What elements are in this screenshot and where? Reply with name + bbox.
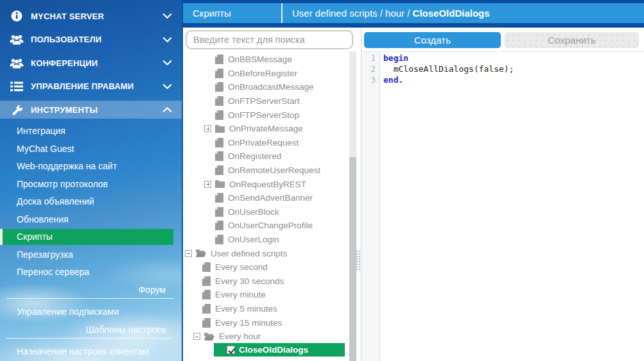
tree-item[interactable]: OnUserBlock <box>183 205 347 219</box>
mychat-admin-window: MYCHAT SERVERПОЛЬЗОВАТЕЛИКОНФЕРЕНЦИИУПРА… <box>0 0 644 361</box>
folder-closed-icon <box>215 180 225 188</box>
tree-item[interactable]: OnPrivateMessage <box>183 122 347 136</box>
code-line: end. <box>383 74 640 85</box>
tree-item[interactable]: User defined scripts <box>183 246 347 260</box>
sidebar-category[interactable]: УПРАВЛЕНИЕ ПРАВАМИ <box>0 75 182 99</box>
sidebar-category[interactable]: ПОЛЬЗОВАТЕЛИ <box>0 28 182 52</box>
sidebar-category-label: КОНФЕРЕНЦИИ <box>31 58 161 68</box>
tree-item-label: OnBroadcastMessage <box>228 82 314 92</box>
tree-item[interactable]: Every 15 minutes <box>183 315 347 330</box>
chevron-down-icon <box>161 83 173 90</box>
tree-item[interactable]: OnUserLogin <box>183 233 347 247</box>
users-icon <box>9 34 24 45</box>
tree-item-label: Every minute <box>215 290 266 299</box>
sidebar-category-label: ИНСТРУМЕНТЫ <box>31 105 161 115</box>
file-icon <box>202 318 211 328</box>
tree-item[interactable]: OnPrivateRequest <box>183 136 347 150</box>
sidebar: MYCHAT SERVERПОЛЬЗОВАТЕЛИКОНФЕРЕНЦИИУПРА… <box>0 0 182 361</box>
sidebar-item[interactable]: Скрипты <box>0 229 173 245</box>
tree-item-label: OnRegistered <box>228 151 281 161</box>
file-icon <box>215 110 223 120</box>
tree-item-label: Every 30 seconds <box>215 276 284 286</box>
expand-icon[interactable] <box>204 125 211 132</box>
tree-item[interactable]: CloseOldDialogs <box>214 343 345 357</box>
sidebar-item[interactable]: Шаблоны настроек <box>6 321 173 339</box>
tree-item[interactable]: Every 5 minutes <box>183 302 347 316</box>
sidebar-category-label: УПРАВЛЕНИЕ ПРАВАМИ <box>31 81 161 91</box>
search-input[interactable] <box>186 30 353 49</box>
page-title: Скрипты <box>183 3 283 23</box>
sidebar-item[interactable]: MyChat Guest <box>0 140 182 158</box>
tree-item-label: Every 15 minutes <box>215 318 282 328</box>
sidebar-category[interactable]: ИНСТРУМЕНТЫ <box>0 101 182 119</box>
sidebar-item[interactable]: Управление подписками <box>0 303 182 321</box>
tree-item[interactable]: OnSendAdvertBanner <box>183 191 347 205</box>
tree-item-label: OnRemoteUserRequest <box>228 165 320 175</box>
file-icon <box>202 276 211 286</box>
sidebar-item[interactable]: Перезагрузка <box>0 246 182 264</box>
save-button[interactable]: Сохранить <box>505 32 639 48</box>
sidebar-item[interactable]: Web-поддержка на сайт <box>0 158 182 176</box>
tree-item[interactable]: Every 30 seconds <box>183 274 347 289</box>
code-line: begin <box>383 53 640 63</box>
tree-item-label: Every hour <box>219 332 261 341</box>
sidebar-category[interactable]: MYCHAT SERVER <box>0 4 182 28</box>
tree-item[interactable]: OnRequestByREST <box>183 177 347 191</box>
tree-item[interactable]: OnBroadcastMessage <box>183 80 347 94</box>
folder-open-icon <box>196 249 206 257</box>
file-icon <box>215 165 223 175</box>
sidebar-item[interactable]: Интеграция <box>0 122 182 140</box>
sidebar-item[interactable]: Форум <box>6 281 173 299</box>
chevron-down-icon <box>161 60 173 66</box>
splitter-grip-icon[interactable] <box>356 250 361 271</box>
collapse-icon[interactable] <box>185 250 192 257</box>
line-number: 3 <box>361 74 376 85</box>
wrench-icon <box>9 104 24 116</box>
content-area: Скрипты User defined scripts / hour / Cl… <box>182 0 644 361</box>
sidebar-category-label: MYCHAT SERVER <box>31 12 161 21</box>
info-icon <box>9 10 24 22</box>
sidebar-item[interactable]: Доска объявлений <box>0 193 182 211</box>
tree-scrollbar-track[interactable] <box>349 51 356 361</box>
file-icon <box>202 262 211 272</box>
sidebar-item[interactable]: Назначение настроек клиентам <box>0 343 182 361</box>
tree-item-label: OnUserLogin <box>228 235 279 244</box>
tree-item[interactable]: OnRegistered <box>183 149 347 164</box>
sidebar-category[interactable]: КОНФЕРЕНЦИИ <box>0 51 182 75</box>
tree-item[interactable]: Every second <box>183 260 347 274</box>
breadcrumb-current: CloseOldDialogs <box>413 8 490 19</box>
sidebar-item[interactable]: Перенос сервера <box>0 264 182 281</box>
code-editor[interactable]: begin mCloseAllDialogs(false);end. <box>383 52 640 361</box>
tree-item[interactable]: OnFTPServerStop <box>183 108 347 122</box>
tree-item[interactable]: OnBBSMessage <box>183 53 347 67</box>
chevron-down-icon <box>161 13 173 19</box>
breadcrumb: User defined scripts / hour / CloseOldDi… <box>283 3 644 23</box>
file-icon <box>215 235 223 244</box>
tree-item[interactable]: OnUserChangeProfile <box>183 219 347 233</box>
create-button[interactable]: Создать <box>364 32 501 48</box>
sidebar-category-label: ПОЛЬЗОВАТЕЛИ <box>31 35 161 44</box>
tree-item[interactable]: OnFTPServerStart <box>183 94 347 108</box>
users-icon <box>9 58 24 69</box>
folder-closed-icon <box>215 125 225 133</box>
tree-item-label: CloseOldDialogs <box>239 345 308 355</box>
line-number-gutter: 123 <box>361 52 380 361</box>
checkbox[interactable] <box>227 346 235 354</box>
expand-icon[interactable] <box>204 181 211 188</box>
tree-item[interactable]: OnRemoteUserRequest <box>183 164 347 178</box>
sidebar-item[interactable]: Просмотр протоколов <box>0 176 182 194</box>
file-icon <box>215 221 223 230</box>
tree-item-label: Every 5 minutes <box>215 304 277 314</box>
tree-item[interactable]: OnBeforeRegister <box>183 67 347 81</box>
list-icon <box>9 81 24 92</box>
line-number: 1 <box>361 53 376 63</box>
collapse-icon[interactable] <box>193 333 200 340</box>
tree-item-label: OnSendAdvertBanner <box>228 193 313 203</box>
folder-open-icon <box>204 333 214 340</box>
sidebar-item[interactable]: Обновления <box>0 211 182 229</box>
file-icon <box>215 69 223 78</box>
file-icon <box>215 193 223 203</box>
file-icon <box>215 151 223 161</box>
tree-item[interactable]: Every minute <box>183 288 347 302</box>
tree-item[interactable]: Every hour <box>183 330 347 344</box>
